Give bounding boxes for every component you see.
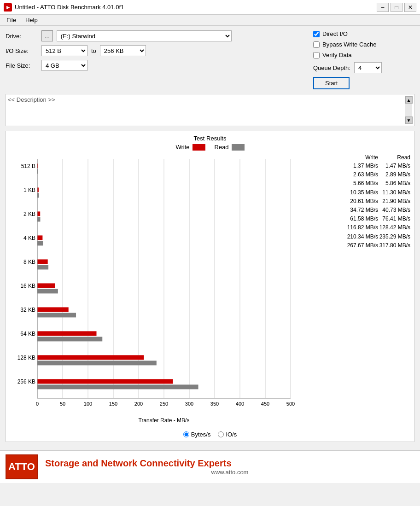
write-cell: 5.66 MB/s bbox=[346, 179, 378, 188]
col-read-header: Read bbox=[378, 154, 410, 161]
svg-text:128 KB: 128 KB bbox=[18, 355, 35, 361]
read-cell: 76.41 MB/s bbox=[378, 215, 410, 223]
chart-section: Test Results Write Read 512 B1 KB2 KB4 K… bbox=[6, 131, 414, 442]
svg-text:16 KB: 16 KB bbox=[20, 283, 35, 289]
write-cell: 1.37 MB/s bbox=[346, 162, 378, 170]
scroll-down-arrow[interactable]: ▼ bbox=[405, 116, 413, 124]
verify-data-checkbox[interactable] bbox=[313, 52, 320, 58]
svg-rect-36 bbox=[37, 361, 157, 365]
file-size-row: File Size: 4 GB bbox=[6, 60, 304, 71]
banner-text: Storage and Network Connectivity Experts… bbox=[45, 458, 414, 476]
table-row: 128 KB 210.34 MB/s 235.29 MB/s bbox=[314, 233, 410, 241]
chart-and-data: 512 B1 KB2 KB4 KB8 KB16 KB32 KB64 KB128 … bbox=[10, 154, 410, 427]
config-area: Drive: ... (E:) Starwind I/O Size: 512 B… bbox=[6, 30, 414, 89]
file-size-label: File Size: bbox=[6, 62, 38, 69]
read-cell: 21.90 MB/s bbox=[378, 197, 410, 206]
svg-text:100: 100 bbox=[84, 401, 92, 407]
table-row: 32 KB 61.58 MB/s 76.41 MB/s bbox=[314, 215, 410, 223]
legend-write: Write bbox=[175, 144, 205, 151]
write-cell: 10.35 MB/s bbox=[346, 188, 378, 197]
svg-rect-35 bbox=[37, 355, 144, 360]
menubar: File Help bbox=[0, 15, 420, 26]
config-right: Direct I/O Bypass Write Cache Verify Dat… bbox=[313, 30, 414, 89]
test-results-title: Test Results bbox=[10, 135, 410, 142]
table-row: 512 B 1.37 MB/s 1.47 MB/s bbox=[314, 162, 410, 170]
io-radio[interactable] bbox=[218, 431, 224, 437]
svg-rect-29 bbox=[37, 307, 69, 312]
svg-text:200: 200 bbox=[134, 401, 143, 407]
read-legend-label: Read bbox=[215, 144, 229, 151]
table-row: 8 KB 20.61 MB/s 21.90 MB/s bbox=[314, 197, 410, 206]
bottom-banner: ATTO Storage and Network Connectivity Ex… bbox=[0, 450, 420, 483]
scroll-up-arrow[interactable]: ▲ bbox=[405, 96, 413, 104]
start-button[interactable]: Start bbox=[313, 77, 350, 89]
svg-text:32 KB: 32 KB bbox=[20, 307, 35, 313]
description-text: << Description >> bbox=[8, 96, 405, 124]
queue-depth-select[interactable]: 4 bbox=[354, 62, 382, 73]
svg-rect-30 bbox=[37, 313, 76, 317]
table-row: 256 KB 267.67 MB/s 317.80 MB/s bbox=[314, 241, 410, 250]
svg-text:450: 450 bbox=[261, 401, 269, 407]
description-area: << Description >> ▲ ▼ bbox=[6, 94, 414, 126]
read-cell: 1.47 MB/s bbox=[378, 162, 410, 170]
verify-data-row: Verify Data bbox=[313, 52, 414, 58]
verify-data-label: Verify Data bbox=[322, 52, 352, 58]
titlebar-title: Untitled - ATTO Disk Benchmark 4.01.0f1 bbox=[15, 4, 124, 11]
menu-help[interactable]: Help bbox=[22, 16, 41, 24]
file-size-select[interactable]: 4 GB bbox=[41, 60, 88, 71]
read-cell: 2.89 MB/s bbox=[378, 170, 410, 179]
svg-text:256 KB: 256 KB bbox=[18, 378, 35, 385]
data-rows-container: 512 B 1.37 MB/s 1.47 MB/s1 KB 2.63 MB/s … bbox=[314, 162, 410, 250]
bytes-radio[interactable] bbox=[183, 431, 189, 437]
legend-read: Read bbox=[215, 144, 245, 151]
io-size-to-label: to bbox=[91, 47, 96, 54]
svg-text:1 KB: 1 KB bbox=[23, 187, 35, 193]
table-row: 1 KB 2.63 MB/s 2.89 MB/s bbox=[314, 170, 410, 179]
table-row: 2 KB 5.66 MB/s 5.86 MB/s bbox=[314, 179, 410, 188]
minimize-button[interactable]: – bbox=[377, 3, 389, 12]
drive-row: Drive: ... (E:) Starwind bbox=[6, 30, 304, 41]
bypass-write-cache-checkbox[interactable] bbox=[313, 41, 320, 48]
io-size-from-select[interactable]: 512 B bbox=[41, 45, 88, 56]
write-cell: 2.63 MB/s bbox=[346, 170, 378, 179]
queue-depth-row: Queue Depth: 4 bbox=[313, 62, 414, 73]
bar-chart-svg: 512 B1 KB2 KB4 KB8 KB16 KB32 KB64 KB128 … bbox=[10, 154, 295, 426]
svg-text:2 KB: 2 KB bbox=[23, 211, 35, 217]
main-content: Drive: ... (E:) Starwind I/O Size: 512 B… bbox=[0, 26, 420, 447]
svg-text:150: 150 bbox=[109, 401, 117, 407]
maximize-button[interactable]: □ bbox=[391, 3, 402, 12]
io-size-label: I/O Size: bbox=[6, 47, 38, 54]
read-legend-box bbox=[232, 144, 245, 151]
titlebar: ▶ Untitled - ATTO Disk Benchmark 4.01.0f… bbox=[0, 0, 420, 15]
close-button[interactable]: ✕ bbox=[404, 3, 416, 12]
titlebar-left: ▶ Untitled - ATTO Disk Benchmark 4.01.0f… bbox=[4, 3, 124, 12]
config-left: Drive: ... (E:) Starwind I/O Size: 512 B… bbox=[6, 30, 304, 89]
drive-browse-button[interactable]: ... bbox=[41, 30, 53, 41]
write-cell: 116.82 MB/s bbox=[346, 223, 378, 232]
svg-text:400: 400 bbox=[236, 401, 244, 407]
svg-rect-32 bbox=[37, 331, 97, 336]
scrollbar-vertical[interactable]: ▲ ▼ bbox=[405, 96, 412, 124]
svg-text:0: 0 bbox=[36, 401, 39, 407]
svg-rect-38 bbox=[37, 379, 173, 384]
bytes-radio-item: Bytes/s bbox=[183, 431, 211, 438]
read-cell: 317.80 MB/s bbox=[378, 241, 410, 250]
io-label: IO/s bbox=[226, 431, 237, 438]
write-cell: 20.61 MB/s bbox=[346, 197, 378, 206]
svg-text:50: 50 bbox=[60, 401, 65, 407]
menu-file[interactable]: File bbox=[3, 16, 20, 24]
read-cell: 128.42 MB/s bbox=[378, 223, 410, 232]
drive-select[interactable]: (E:) Starwind bbox=[57, 30, 232, 41]
svg-rect-18 bbox=[37, 217, 40, 221]
direct-io-checkbox[interactable] bbox=[313, 31, 320, 37]
svg-text:512 B: 512 B bbox=[21, 163, 35, 169]
svg-text:500: 500 bbox=[286, 401, 295, 407]
bypass-write-cache-row: Bypass Write Cache bbox=[313, 41, 414, 48]
svg-text:Transfer Rate - MB/s: Transfer Rate - MB/s bbox=[139, 417, 190, 424]
write-cell: 267.67 MB/s bbox=[346, 241, 378, 250]
io-size-row: I/O Size: 512 B to 256 KB bbox=[6, 45, 304, 56]
io-size-to-select[interactable]: 256 KB bbox=[100, 45, 146, 56]
svg-rect-17 bbox=[37, 211, 40, 216]
chart-legend: Write Read bbox=[10, 144, 410, 151]
col-write-header: Write bbox=[346, 154, 378, 161]
